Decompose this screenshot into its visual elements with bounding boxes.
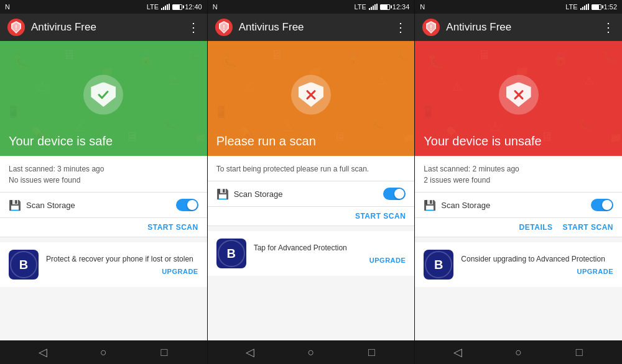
svg-text:🐛: 🐛: [396, 50, 409, 61]
bitdefender-icon: B: [216, 239, 246, 268]
info-text: Last scanned: 3 minutes ago No issues we…: [9, 163, 198, 192]
svg-text:📱: 📱: [6, 105, 21, 119]
network-icon: N: [213, 3, 218, 11]
app-title: Antivirus Free: [446, 21, 596, 34]
info-text: To start being protected please run a fu…: [216, 163, 406, 181]
hero-banner: 🐛 ⚠ 🖥 📁 🔒 ⚠ 🐛 📱 💊 ⚠ 🖥 🐛 📁 Please run a s…: [208, 41, 415, 156]
menu-button[interactable]: ⋮: [187, 20, 200, 35]
svg-text:⚠: ⚠: [585, 75, 595, 87]
svg-text:📁: 📁: [195, 132, 207, 143]
svg-rect-2: [165, 6, 166, 10]
scan-storage-row[interactable]: 💾 Scan Storage: [415, 193, 622, 218]
app-logo: !: [422, 19, 440, 36]
upgrade-text: Consider upgrading to Advanced Protectio…: [461, 254, 613, 265]
status-right: LTE 12:40: [147, 3, 202, 11]
svg-text:⚠: ⚠: [490, 121, 500, 134]
upgrade-button[interactable]: UPGRADE: [46, 268, 198, 275]
bitdefender-icon: B: [9, 250, 39, 280]
svg-text:⚠: ⚠: [245, 81, 255, 93]
svg-rect-45: [586, 4, 587, 10]
start-scan-button[interactable]: START SCAN: [147, 223, 198, 232]
hero-shield: [83, 75, 123, 114]
svg-text:!: !: [223, 24, 225, 31]
upgrade-button[interactable]: UPGRADE: [461, 268, 613, 275]
svg-rect-0: [161, 8, 162, 10]
upgrade-text: Tap for Advanced Protection: [254, 243, 406, 253]
back-button[interactable]: ◁: [34, 343, 52, 362]
upgrade-button[interactable]: UPGRADE: [254, 257, 406, 264]
start-scan-button[interactable]: START SCAN: [355, 212, 406, 221]
app-bar: ! Antivirus Free ⋮: [0, 14, 207, 41]
recent-button[interactable]: □: [363, 343, 381, 362]
hero-shield-inner: [506, 82, 531, 107]
back-button[interactable]: ◁: [241, 343, 259, 362]
battery-icon: [172, 4, 182, 10]
svg-text:🐛: 🐛: [220, 53, 238, 70]
menu-button[interactable]: ⋮: [602, 20, 615, 35]
hero-shield-inner: [91, 82, 116, 107]
storage-icon: 💾: [424, 199, 436, 211]
svg-text:🔒: 🔒: [553, 51, 569, 66]
details-button[interactable]: DETAILS: [519, 223, 553, 232]
svg-text:🖥: 🖥: [333, 130, 345, 143]
hero-shield: [499, 75, 539, 114]
storage-icon: 💾: [216, 188, 229, 200]
home-button[interactable]: ○: [94, 343, 113, 362]
svg-rect-42: [580, 8, 582, 10]
app-logo: !: [215, 19, 233, 36]
phone-screen-screen-warning: N LTE 12:34 ! Antivirus Free ⋮: [208, 0, 415, 364]
svg-text:⚠: ⚠: [75, 121, 85, 134]
signal-icon: [369, 4, 378, 10]
hero-title: Your device is unsafe: [424, 134, 541, 148]
svg-rect-3: [167, 4, 168, 10]
home-button[interactable]: ○: [302, 343, 320, 362]
signal-icon: [161, 4, 170, 10]
scan-storage-label: Scan Storage: [234, 189, 379, 199]
svg-rect-1: [163, 7, 164, 10]
scan-storage-toggle[interactable]: [591, 199, 613, 211]
status-left: N: [420, 3, 425, 11]
menu-button[interactable]: ⋮: [394, 20, 407, 35]
svg-text:📁: 📁: [610, 132, 622, 143]
info-card: Last scanned: 2 minutes ago 2 issues wer…: [415, 156, 622, 193]
start-scan-button[interactable]: START SCAN: [563, 223, 613, 232]
svg-text:!: !: [15, 24, 17, 31]
upgrade-card: B Consider upgrading to Advanced Protect…: [415, 242, 622, 287]
info-card: Last scanned: 3 minutes ago No issues we…: [0, 156, 207, 193]
app-logo: !: [7, 19, 25, 36]
svg-text:🔒: 🔒: [345, 51, 361, 66]
status-right: LTE 1:52: [565, 3, 617, 11]
svg-rect-44: [584, 6, 585, 10]
status-bar: N LTE 12:34: [208, 0, 415, 14]
network-icon: N: [5, 3, 10, 11]
upgrade-card: B Protect & recover your phone if lost o…: [0, 242, 207, 287]
upgrade-content: Consider upgrading to Advanced Protectio…: [461, 254, 613, 276]
hero-banner: 🐛 ⚠ 🖥 📁 🔒 ⚠ 🐛 📱 💊 ⚠ 🖥 🐛 📁 Your device is…: [415, 41, 622, 156]
upgrade-content: Protect & recover your phone if lost or …: [46, 254, 198, 276]
back-button[interactable]: ◁: [448, 343, 467, 362]
signal-text: LTE: [147, 3, 159, 11]
scan-storage-row[interactable]: 💾 Scan Storage: [0, 193, 207, 218]
home-button[interactable]: ○: [509, 343, 528, 362]
info-text: Last scanned: 2 minutes ago 2 issues wer…: [424, 163, 613, 192]
scan-storage-toggle[interactable]: [383, 188, 406, 200]
app-bar: ! Antivirus Free ⋮: [208, 14, 415, 41]
signal-text: LTE: [354, 3, 366, 11]
time-display: 12:34: [392, 3, 410, 11]
nav-bar: ◁ ○ □: [415, 340, 622, 364]
svg-rect-4: [169, 4, 170, 10]
scan-storage-toggle[interactable]: [176, 199, 198, 211]
recent-button[interactable]: □: [570, 343, 588, 362]
recent-button[interactable]: □: [155, 343, 174, 362]
svg-text:🖥: 🖥: [63, 48, 75, 61]
battery-icon: [592, 4, 601, 10]
storage-icon: 💾: [9, 199, 21, 211]
scan-storage-row[interactable]: 💾 Scan Storage: [208, 181, 415, 207]
svg-text:🐛: 🐛: [12, 53, 30, 70]
upgrade-text: Protect & recover your phone if lost or …: [46, 254, 198, 265]
svg-text:⚠: ⚠: [169, 75, 179, 87]
status-left: N: [213, 3, 218, 11]
svg-rect-46: [588, 4, 589, 10]
svg-text:⚠: ⚠: [377, 75, 387, 87]
upgrade-content: Tap for Advanced Protection UPGRADE: [254, 243, 406, 265]
